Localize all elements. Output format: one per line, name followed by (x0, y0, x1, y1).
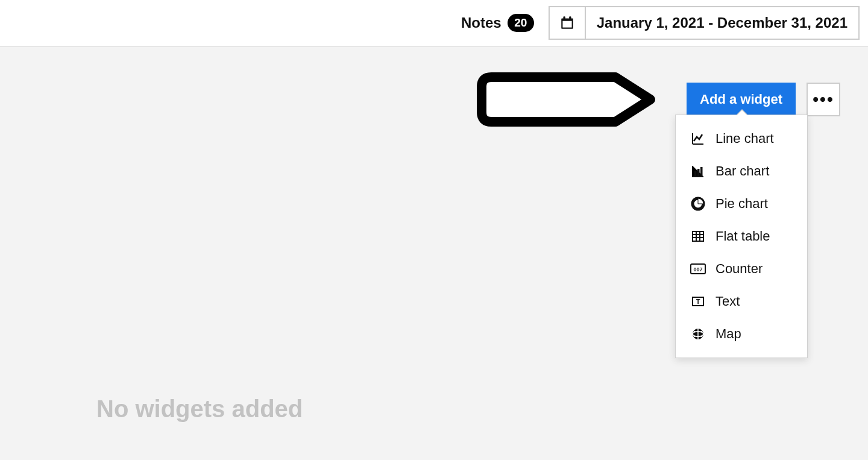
svg-rect-5 (697, 169, 700, 176)
empty-state-message: No widgets added (96, 395, 303, 423)
calendar-icon (550, 7, 586, 39)
more-options-button[interactable]: ••• (807, 83, 840, 116)
date-range-picker[interactable]: January 1, 2021 - December 31, 2021 (549, 6, 860, 40)
menu-item-label: Bar chart (715, 163, 769, 179)
notes-label: Notes (461, 14, 502, 31)
line-chart-icon (690, 131, 706, 147)
counter-icon: 007 (690, 261, 706, 277)
menu-item-label: Line chart (715, 131, 774, 147)
menu-item-line-chart[interactable]: Line chart (676, 122, 807, 155)
svg-rect-3 (569, 16, 571, 19)
table-icon (690, 228, 706, 244)
svg-rect-1 (562, 21, 571, 28)
svg-rect-6 (700, 167, 703, 176)
date-range-text: January 1, 2021 - December 31, 2021 (586, 7, 858, 39)
text-icon: T (690, 294, 706, 309)
menu-item-label: Flat table (715, 228, 770, 244)
menu-item-flat-table[interactable]: Flat table (676, 220, 807, 253)
svg-rect-8 (693, 232, 703, 241)
svg-rect-4 (694, 171, 697, 176)
notes-button[interactable]: Notes 20 (461, 14, 534, 32)
notes-count-badge: 20 (508, 14, 534, 32)
annotation-arrow (477, 72, 658, 127)
workspace: Add a widget ••• Line chart Bar chart Pi… (0, 47, 868, 460)
svg-rect-2 (563, 16, 565, 19)
bar-chart-icon (690, 163, 706, 179)
menu-item-label: Pie chart (715, 196, 768, 212)
globe-icon (690, 326, 706, 342)
ellipsis-icon: ••• (813, 90, 834, 109)
top-bar: Notes 20 January 1, 2021 - December 31, … (0, 0, 868, 47)
pie-chart-icon (690, 196, 706, 212)
menu-item-text[interactable]: T Text (676, 285, 807, 318)
menu-item-bar-chart[interactable]: Bar chart (676, 155, 807, 187)
menu-item-label: Map (715, 326, 741, 342)
menu-item-pie-chart[interactable]: Pie chart (676, 187, 807, 220)
menu-item-counter[interactable]: 007 Counter (676, 253, 807, 285)
add-widget-menu: Line chart Bar chart Pie chart Flat tabl… (675, 115, 808, 358)
svg-text:T: T (696, 298, 700, 305)
menu-item-label: Text (715, 294, 740, 309)
svg-text:007: 007 (693, 266, 702, 273)
menu-item-label: Counter (715, 261, 763, 277)
menu-item-map[interactable]: Map (676, 318, 807, 350)
